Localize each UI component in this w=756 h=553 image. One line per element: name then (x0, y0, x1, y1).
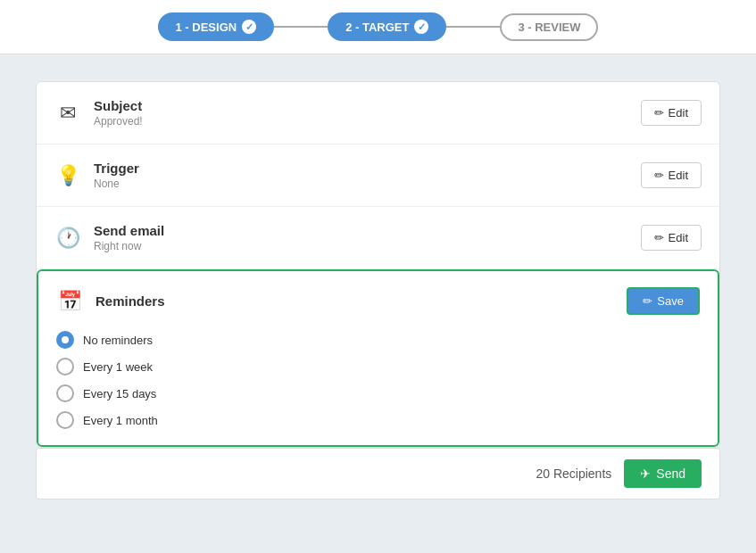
send-email-info: Send email Right now (94, 223, 164, 252)
save-label: Save (657, 294, 684, 308)
stepper: 1 - DESIGN ✓ 2 - TARGET ✓ 3 - REVIEW (0, 0, 756, 54)
step-target[interactable]: 2 - TARGET ✓ (328, 12, 446, 41)
radio-every-1-month (56, 411, 74, 429)
option-no-reminders-label: No reminders (83, 334, 153, 347)
envelope-icon: ✉ (54, 102, 81, 125)
step-connector-2 (446, 26, 500, 28)
option-every-15-days[interactable]: Every 15 days (56, 384, 158, 402)
send-email-title: Send email (94, 223, 164, 238)
reminders-options: No reminders Every 1 week Every 15 days … (38, 327, 176, 445)
send-plane-icon: ✈ (640, 466, 651, 481)
save-icon: ✏ (643, 294, 652, 308)
step-design-check: ✓ (242, 20, 256, 34)
subject-info: Subject Approved! (94, 98, 143, 128)
send-email-left: 🕐 Send email Right now (54, 223, 164, 252)
step-review[interactable]: 3 - REVIEW (500, 13, 598, 41)
subject-title: Subject (94, 98, 143, 113)
subject-edit-button[interactable]: ✏ Edit (641, 100, 702, 126)
radio-every-15-days (56, 384, 74, 402)
step-target-check: ✓ (414, 20, 428, 34)
trigger-info: Trigger None (94, 161, 139, 190)
subject-subtitle: Approved! (94, 115, 143, 128)
subject-row: ✉ Subject Approved! ✏ Edit (37, 82, 719, 144)
option-every-1-week-label: Every 1 week (83, 360, 153, 374)
radio-no-reminders (56, 331, 74, 349)
lightbulb-icon: 💡 (54, 164, 81, 187)
calendar-icon: 📅 (56, 290, 83, 313)
option-no-reminders[interactable]: No reminders (56, 331, 158, 349)
subject-edit-label: Edit (669, 106, 688, 120)
send-button-label: Send (656, 466, 685, 481)
trigger-edit-label: Edit (669, 169, 688, 182)
send-email-row: 🕐 Send email Right now ✏ Edit (37, 207, 719, 269)
send-email-edit-label: Edit (669, 231, 688, 244)
option-every-15-days-label: Every 15 days (83, 387, 156, 400)
edit-icon: ✏ (654, 106, 664, 120)
send-email-subtitle: Right now (94, 240, 164, 252)
reminders-save-button[interactable]: ✏ Save (627, 287, 700, 315)
option-every-1-month-label: Every 1 month (83, 414, 158, 427)
send-email-edit-icon: ✏ (654, 231, 664, 244)
step-target-label: 2 - TARGET (345, 21, 409, 34)
step-design-label: 1 - DESIGN (176, 21, 237, 34)
reminders-title: Reminders (96, 293, 165, 309)
step-design[interactable]: 1 - DESIGN ✓ (158, 12, 275, 41)
reminders-header: 📅 Reminders ✏ Save (38, 271, 718, 327)
trigger-edit-button[interactable]: ✏ Edit (641, 162, 702, 188)
footer-bar: 20 Recipients ✈ Send (36, 448, 720, 499)
subject-left: ✉ Subject Approved! (54, 98, 143, 128)
step-connector-1 (274, 26, 328, 28)
reminders-left: 📅 Reminders (56, 290, 165, 313)
send-email-edit-button[interactable]: ✏ Edit (641, 225, 702, 251)
trigger-row: 💡 Trigger None ✏ Edit (37, 144, 719, 207)
send-button[interactable]: ✈ Send (624, 459, 702, 488)
card: ✉ Subject Approved! ✏ Edit 💡 Trigger Non… (36, 81, 720, 448)
main-content: ✉ Subject Approved! ✏ Edit 💡 Trigger Non… (0, 54, 756, 526)
radio-every-1-week (56, 358, 74, 376)
trigger-subtitle: None (94, 177, 139, 190)
reminders-section: 📅 Reminders ✏ Save No reminders Every 1 … (37, 269, 719, 447)
recipients-label: 20 Recipients (536, 466, 611, 481)
step-review-label: 3 - REVIEW (518, 21, 580, 34)
clock-icon: 🕐 (54, 227, 81, 250)
trigger-edit-icon: ✏ (654, 169, 664, 182)
trigger-left: 💡 Trigger None (54, 161, 139, 190)
trigger-title: Trigger (94, 161, 139, 176)
option-every-1-month[interactable]: Every 1 month (56, 411, 158, 429)
option-every-1-week[interactable]: Every 1 week (56, 358, 158, 376)
